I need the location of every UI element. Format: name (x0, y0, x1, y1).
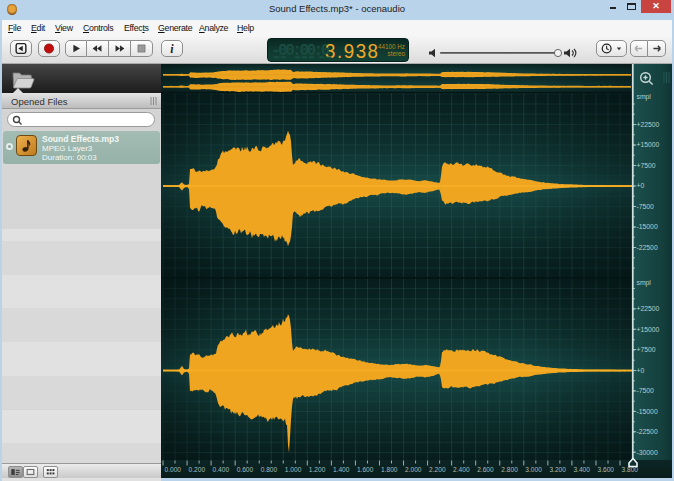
svg-text:+0: +0 (637, 367, 645, 374)
svg-text:0.000: 0.000 (165, 466, 182, 473)
svg-text:-7500: -7500 (637, 387, 655, 394)
svg-text:+22500: +22500 (637, 121, 660, 128)
svg-text:2.400: 2.400 (453, 466, 470, 473)
svg-text:1.800: 1.800 (381, 466, 398, 473)
svg-text:+7500: +7500 (637, 346, 656, 353)
svg-text:+15000: +15000 (637, 326, 660, 333)
svg-text:3.000: 3.000 (525, 466, 542, 473)
svg-text:-30000: -30000 (637, 449, 658, 456)
svg-text:-15000: -15000 (637, 408, 658, 415)
svg-text:smpl: smpl (637, 279, 652, 287)
svg-text:0.400: 0.400 (213, 466, 230, 473)
svg-text:1.600: 1.600 (357, 466, 374, 473)
svg-text:0.600: 0.600 (237, 466, 254, 473)
svg-text:0.800: 0.800 (261, 466, 278, 473)
svg-text:1.400: 1.400 (333, 466, 350, 473)
svg-text:smpl: smpl (637, 93, 652, 101)
svg-text:+7500: +7500 (637, 162, 656, 169)
svg-text:1.000: 1.000 (285, 466, 302, 473)
svg-text:1.200: 1.200 (309, 466, 326, 473)
svg-text:3.600: 3.600 (598, 466, 615, 473)
svg-text:3.400: 3.400 (573, 466, 590, 473)
svg-text:+15000: +15000 (637, 141, 660, 148)
svg-text:2.800: 2.800 (501, 466, 518, 473)
svg-text:-22500: -22500 (637, 244, 658, 251)
svg-text:3.200: 3.200 (549, 466, 566, 473)
svg-text:-7500: -7500 (637, 203, 655, 210)
svg-text:2.000: 2.000 (405, 466, 422, 473)
svg-text:-22500: -22500 (637, 428, 658, 435)
svg-text:2.200: 2.200 (429, 466, 446, 473)
svg-text:+22500: +22500 (637, 305, 660, 312)
svg-text:-15000: -15000 (637, 223, 658, 230)
svg-text:+0: +0 (637, 182, 645, 189)
svg-text:0.200: 0.200 (189, 466, 206, 473)
svg-text:2.600: 2.600 (477, 466, 494, 473)
